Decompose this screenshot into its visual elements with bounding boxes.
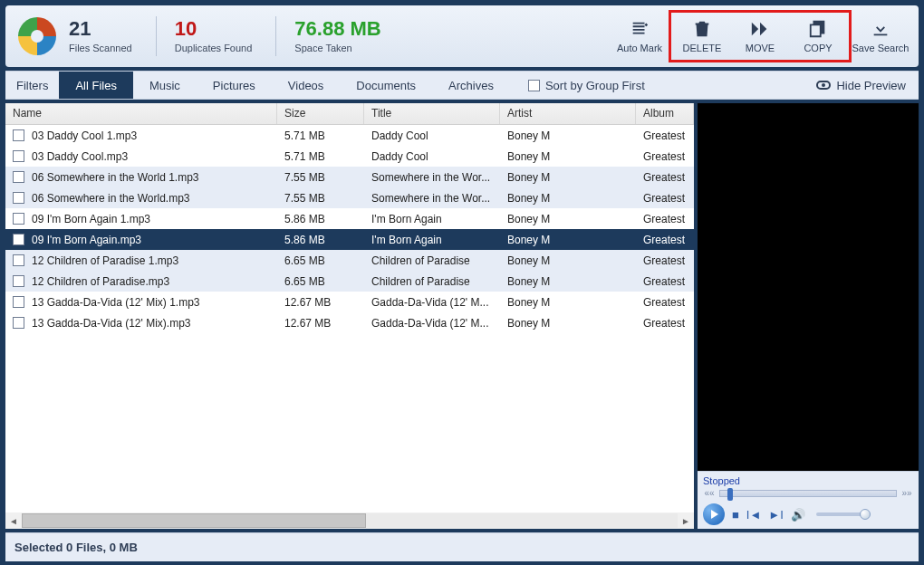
- tab-all-files[interactable]: All Files: [59, 72, 133, 99]
- copy-icon: [808, 19, 828, 39]
- file-title: I'm Born Again: [364, 213, 500, 225]
- progress-handle[interactable]: [727, 488, 733, 501]
- row-checkbox[interactable]: [13, 275, 24, 287]
- file-name: 12 Children of Paradise 1.mp3: [32, 254, 178, 267]
- selection-summary: Selected 0 Files, 0 MB: [14, 541, 138, 554]
- column-artist[interactable]: Artist: [500, 103, 636, 124]
- table-row[interactable]: 03 Daddy Cool 1.mp35.71 MBDaddy CoolBone…: [5, 125, 694, 146]
- table-row[interactable]: 09 I'm Born Again 1.mp35.86 MBI'm Born A…: [5, 208, 694, 229]
- duplicates-found-stat: 10 Duplicates Found: [175, 19, 253, 53]
- play-button[interactable]: [703, 503, 725, 525]
- progress-track[interactable]: [719, 490, 897, 497]
- filter-bar: Filters All Files Music Pictures Videos …: [5, 71, 919, 100]
- table-row[interactable]: 13 Gadda-Da-Vida (12' Mix) 1.mp312.67 MB…: [5, 292, 694, 312]
- file-album: Greatest: [636, 150, 694, 163]
- table-row[interactable]: 12 Children of Paradise 1.mp36.65 MBChil…: [5, 250, 694, 271]
- row-checkbox[interactable]: [13, 317, 24, 329]
- file-name: 12 Children of Paradise.mp3: [32, 275, 169, 288]
- row-checkbox[interactable]: [13, 192, 24, 204]
- next-button[interactable]: ►I: [768, 508, 783, 522]
- table-row[interactable]: 03 Daddy Cool.mp35.71 MBDaddy CoolBoney …: [5, 146, 694, 167]
- volume-slider[interactable]: [816, 512, 871, 516]
- sort-by-group-checkbox[interactable]: Sort by Group First: [528, 79, 645, 92]
- column-album[interactable]: Album: [636, 103, 694, 124]
- tab-videos[interactable]: Videos: [272, 72, 341, 99]
- file-artist: Boney M: [500, 296, 636, 309]
- scroll-thumb[interactable]: [22, 513, 366, 528]
- row-checkbox[interactable]: [13, 171, 24, 183]
- files-scanned-stat: 21 Files Scanned: [69, 19, 132, 53]
- delete-button[interactable]: DELETE: [673, 11, 731, 62]
- file-size: 5.86 MB: [277, 234, 364, 246]
- file-artist: Boney M: [500, 275, 636, 288]
- file-size: 7.55 MB: [277, 192, 364, 205]
- row-checkbox[interactable]: [13, 234, 24, 245]
- top-stats-bar: 21 Files Scanned 10 Duplicates Found 76.…: [5, 5, 919, 67]
- tab-pictures[interactable]: Pictures: [197, 72, 272, 99]
- file-album: Greatest: [636, 275, 694, 288]
- file-artist: Boney M: [500, 192, 636, 205]
- table-row[interactable]: 12 Children of Paradise.mp36.65 MBChildr…: [5, 271, 694, 292]
- scroll-left-arrow[interactable]: ◄: [5, 512, 22, 529]
- trash-icon: [692, 19, 712, 39]
- row-checkbox[interactable]: [13, 150, 24, 162]
- automark-button[interactable]: Auto Mark: [611, 11, 669, 62]
- table-row[interactable]: 13 Gadda-Da-Vida (12' Mix).mp312.67 MBGa…: [5, 312, 694, 333]
- volume-icon[interactable]: 🔊: [791, 508, 805, 522]
- table-row[interactable]: 06 Somewhere in the World.mp37.55 MBSome…: [5, 187, 694, 208]
- table-row[interactable]: 09 I'm Born Again.mp35.86 MBI'm Born Aga…: [5, 229, 694, 250]
- volume-knob[interactable]: [860, 509, 871, 520]
- file-album: Greatest: [636, 234, 694, 246]
- eye-icon: [816, 81, 831, 90]
- file-name: 13 Gadda-Da-Vida (12' Mix).mp3: [32, 317, 190, 330]
- stop-button[interactable]: ■: [732, 508, 739, 522]
- row-checkbox[interactable]: [13, 296, 24, 308]
- column-size[interactable]: Size: [277, 103, 364, 124]
- play-icon: [711, 510, 718, 519]
- file-album: Greatest: [636, 296, 694, 309]
- file-album: Greatest: [636, 317, 694, 330]
- file-size: 5.86 MB: [277, 213, 364, 225]
- column-name[interactable]: Name: [5, 103, 277, 124]
- file-artist: Boney M: [500, 317, 636, 330]
- save-search-button[interactable]: Save Search: [852, 11, 910, 62]
- scroll-track[interactable]: [22, 513, 678, 528]
- tab-music[interactable]: Music: [133, 72, 197, 99]
- file-title: Daddy Cool: [364, 150, 500, 163]
- column-title[interactable]: Title: [364, 103, 500, 124]
- tab-documents[interactable]: Documents: [340, 72, 432, 99]
- horizontal-scrollbar[interactable]: ◄ ►: [5, 512, 694, 529]
- file-title: Children of Paradise: [364, 254, 500, 267]
- highlighted-actions: DELETE MOVE COPY: [669, 10, 852, 62]
- status-bar: Selected 0 Files, 0 MB: [5, 532, 919, 561]
- file-title: Gadda-Da-Vida (12' M...: [364, 317, 500, 330]
- scroll-right-arrow[interactable]: ►: [678, 512, 694, 529]
- space-taken-value: 76.88 MB: [294, 19, 380, 39]
- row-checkbox[interactable]: [13, 254, 24, 266]
- space-taken-stat: 76.88 MB Space Taken: [294, 19, 380, 53]
- move-button[interactable]: MOVE: [731, 11, 789, 62]
- fastforward-icon[interactable]: »»: [900, 488, 913, 498]
- file-artist: Boney M: [500, 150, 636, 163]
- row-checkbox[interactable]: [13, 213, 24, 225]
- file-artist: Boney M: [500, 234, 636, 246]
- file-artist: Boney M: [500, 213, 636, 225]
- filters-label: Filters: [5, 79, 59, 92]
- prev-button[interactable]: I◄: [746, 508, 761, 522]
- tab-archives[interactable]: Archives: [432, 72, 510, 99]
- copy-button[interactable]: COPY: [789, 11, 847, 62]
- file-title: Children of Paradise: [364, 275, 500, 288]
- file-name: 06 Somewhere in the World.mp3: [32, 192, 190, 205]
- checkbox-icon: [528, 80, 540, 91]
- file-album: Greatest: [636, 213, 694, 225]
- rewind-icon[interactable]: ««: [703, 488, 716, 498]
- file-size: 6.65 MB: [277, 254, 364, 267]
- file-album: Greatest: [636, 192, 694, 205]
- progress-bar[interactable]: «« »»: [703, 488, 913, 498]
- table-row[interactable]: 06 Somewhere in the World 1.mp37.55 MBSo…: [5, 167, 694, 187]
- row-checkbox[interactable]: [13, 129, 24, 141]
- file-title: Somewhere in the Wor...: [364, 192, 500, 205]
- space-taken-label: Space Taken: [294, 43, 380, 53]
- hide-preview-button[interactable]: Hide Preview: [816, 79, 919, 92]
- file-size: 12.67 MB: [277, 317, 364, 330]
